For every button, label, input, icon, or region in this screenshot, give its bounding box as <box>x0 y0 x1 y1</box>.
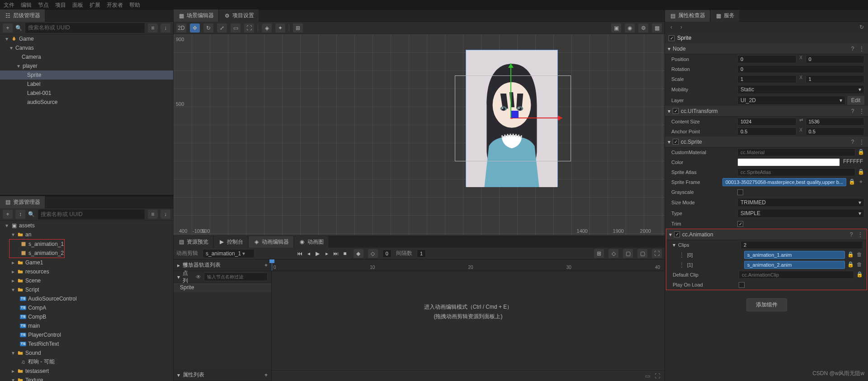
asset-collapse-button[interactable]: ↓ <box>160 210 170 219</box>
sprite-frame-field[interactable]: 00013-350275058-masterpiece,best quality… <box>722 178 846 186</box>
lock-icon[interactable]: 🔒 <box>857 148 864 155</box>
custom-material-field[interactable]: cc.Material <box>737 148 855 156</box>
asset-preview-tab[interactable]: ▤资源预览 <box>174 236 213 248</box>
locate-icon[interactable]: ⌖ <box>857 178 864 185</box>
animation-editor-tab[interactable]: ◈动画编辑器 <box>249 236 293 248</box>
hierarchy-tab[interactable]: ☷ 层级管理器 <box>0 9 45 22</box>
nav-fwd-button[interactable]: › <box>678 24 685 31</box>
trim-checkbox[interactable] <box>737 221 743 227</box>
assets-tab[interactable]: ▤ 资源管理器 <box>0 196 45 208</box>
menu-help[interactable]: 帮助 <box>129 1 140 9</box>
screenshot-button[interactable]: ▣ <box>611 24 621 33</box>
help-icon[interactable]: ? <box>849 108 856 115</box>
filter-button[interactable]: ≡ <box>148 24 158 33</box>
menu-file[interactable]: 文件 <box>4 1 14 9</box>
frame-input[interactable]: 0 <box>382 249 392 258</box>
node-sprite[interactable]: Sprite <box>27 72 41 78</box>
lock-icon[interactable]: 🔒 <box>847 251 854 258</box>
menu-edit[interactable]: 编辑 <box>21 1 32 9</box>
menu-icon[interactable]: ⋮ <box>858 108 865 115</box>
spacing-input[interactable]: 1 <box>417 249 426 258</box>
lock-icon[interactable]: 🔒 <box>847 261 854 268</box>
console-tab[interactable]: ▶控制台 <box>214 236 248 248</box>
grayscale-checkbox[interactable] <box>737 189 743 195</box>
anchor-x-input[interactable]: 0.5 <box>737 127 797 136</box>
align-button[interactable]: ⊞ <box>293 24 303 33</box>
node-player[interactable]: player <box>23 63 38 69</box>
node-label001[interactable]: Label-001 <box>27 90 51 96</box>
prev-frame-button[interactable]: ◂ <box>305 249 313 258</box>
goto-end-button[interactable]: ⏭ <box>332 249 340 258</box>
nav-back-button[interactable]: ‹ <box>668 24 675 31</box>
move-tool-button[interactable]: ✥ <box>190 24 200 33</box>
project-settings-tab[interactable]: ⚙项目设置 <box>219 9 259 22</box>
scene-editor-tab[interactable]: ▦场景编辑器 <box>174 9 218 22</box>
prop-list-header[interactable]: ▾属性列表+ <box>174 369 271 381</box>
timeline-ruler[interactable]: 0 10 20 30 40 <box>272 259 665 271</box>
grid-button[interactable]: ▦ <box>652 24 662 33</box>
clips-count-input[interactable]: 2 <box>741 241 863 249</box>
script-testrichtext[interactable]: TestRichText <box>28 341 59 347</box>
anim-opt3-button[interactable]: ▢ <box>623 249 633 258</box>
section-uitransform[interactable]: ▾cc.UITransform?⋮ <box>665 106 868 117</box>
help-icon[interactable]: ? <box>848 231 855 238</box>
menu-project[interactable]: 项目 <box>55 1 66 9</box>
clip-dropdown[interactable]: s_animation_1 ▾ <box>203 249 255 258</box>
add-asset-button[interactable]: + <box>3 210 13 219</box>
folder-resources[interactable]: resources <box>25 268 49 275</box>
zoom-out-icon[interactable]: ▭ <box>644 372 651 380</box>
layer-select[interactable]: UI_2D▾ <box>737 96 845 105</box>
playonload-checkbox[interactable] <box>739 282 745 288</box>
folder-testassert[interactable]: testassert <box>25 368 49 374</box>
lock-icon[interactable]: 🔒 <box>857 168 864 175</box>
content-w-input[interactable]: 1024 <box>737 118 797 126</box>
rotate-tool-button[interactable]: ↻ <box>203 24 213 33</box>
script-main[interactable]: main <box>28 323 40 329</box>
folder-sound[interactable]: Sound <box>25 350 41 356</box>
anim-opt2-button[interactable]: ◇ <box>609 249 618 258</box>
lock-icon[interactable]: 🔒 <box>848 178 855 185</box>
hierarchy-search-input[interactable]: 搜索名称或 UUID <box>25 22 145 33</box>
stop-button[interactable]: ■ <box>341 249 349 258</box>
anchor-y-input[interactable]: 0.5 <box>806 127 865 136</box>
scale-x-input[interactable]: 1 <box>737 75 797 83</box>
pivot-button[interactable]: ◈ <box>262 24 272 33</box>
services-tab[interactable]: ▦服务 <box>711 10 739 22</box>
layer-edit-button[interactable]: Edit <box>847 96 864 105</box>
menu-panel[interactable]: 面板 <box>72 1 83 9</box>
lock-icon[interactable]: 🔒 <box>856 271 863 278</box>
menu-bar[interactable]: 文件 编辑 节点 项目 面板 扩展 开发者 帮助 <box>0 0 868 10</box>
playhead[interactable] <box>272 259 272 271</box>
folder-an[interactable]: an <box>25 231 31 238</box>
help-icon[interactable]: ? <box>849 138 856 146</box>
menu-icon[interactable]: ⋮ <box>857 231 864 238</box>
script-audiosource[interactable]: AudioSourceControl <box>28 296 76 302</box>
rotation-input[interactable]: 0 <box>737 65 864 73</box>
asset-s_animation_1[interactable]: s_animation_1 <box>28 241 64 247</box>
scale-tool-button[interactable]: ⤢ <box>217 24 227 33</box>
asset-filter-button[interactable]: ≡ <box>148 210 158 219</box>
content-h-input[interactable]: 1536 <box>806 118 865 126</box>
history-button[interactable]: ↻ <box>858 24 865 31</box>
menu-icon[interactable]: ⋮ <box>858 138 865 146</box>
hierarchy-root[interactable]: Game <box>19 36 34 42</box>
sort-button[interactable]: ↕ <box>15 210 25 219</box>
uitransform-enabled-checkbox[interactable] <box>673 108 679 114</box>
hierarchy-tree[interactable]: ▾Game ▾Canvas Camera ▾player Sprite Labe… <box>0 34 173 195</box>
eye-icon[interactable]: 👁 <box>196 273 201 281</box>
animation-graph-tab[interactable]: ◉动画图 <box>294 236 328 248</box>
scale-y-input[interactable]: 1 <box>806 75 865 83</box>
collapse-button[interactable]: ↓ <box>160 24 170 33</box>
add-event-button[interactable]: ◇ <box>368 249 378 258</box>
menu-icon[interactable]: ⋮ <box>858 45 865 52</box>
script-compa[interactable]: CompA <box>28 305 46 311</box>
anim-node-sprite[interactable]: Sprite <box>174 283 271 292</box>
next-frame-button[interactable]: ▸ <box>323 249 331 258</box>
mobility-select[interactable]: Static▾ <box>737 85 864 94</box>
menu-node[interactable]: 节点 <box>38 1 49 9</box>
animation-enabled-checkbox[interactable] <box>674 231 680 237</box>
anim-opt5-button[interactable]: ⛶ <box>652 249 662 258</box>
folder-script[interactable]: Script <box>25 287 39 293</box>
delete-icon[interactable]: 🗑 <box>856 261 863 268</box>
add-node-button[interactable]: + <box>3 24 13 33</box>
